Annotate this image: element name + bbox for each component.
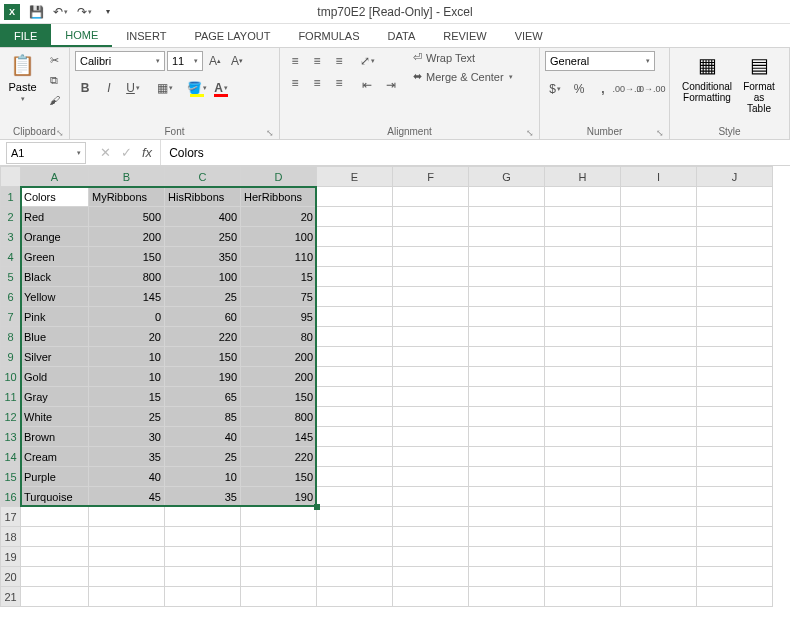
font-size-select[interactable]: 11▾	[167, 51, 203, 71]
cell[interactable]	[697, 307, 773, 327]
cell[interactable]	[393, 427, 469, 447]
cell[interactable]: Gray	[21, 387, 89, 407]
align-left-icon[interactable]: ≡	[285, 73, 305, 93]
row-header[interactable]: 2	[1, 207, 21, 227]
cell[interactable]	[317, 307, 393, 327]
cell[interactable]	[697, 387, 773, 407]
cell[interactable]	[621, 367, 697, 387]
cell[interactable]	[317, 327, 393, 347]
cell[interactable]	[697, 327, 773, 347]
cell[interactable]: Turquoise	[21, 487, 89, 507]
cell[interactable]	[545, 447, 621, 467]
redo-icon[interactable]: ↷▾	[76, 4, 92, 20]
cell[interactable]	[165, 587, 241, 607]
cell[interactable]: 25	[165, 447, 241, 467]
cell[interactable]	[469, 367, 545, 387]
cell[interactable]	[545, 267, 621, 287]
cell[interactable]	[317, 187, 393, 207]
cell[interactable]	[469, 387, 545, 407]
cell[interactable]	[241, 587, 317, 607]
increase-decimal-icon[interactable]: .00→.0	[617, 79, 637, 99]
dialog-launcher-icon[interactable]: ⤡	[56, 128, 64, 138]
comma-format-icon[interactable]: ,	[593, 79, 613, 99]
tab-home[interactable]: HOME	[51, 24, 112, 47]
dialog-launcher-icon[interactable]: ⤡	[656, 128, 664, 138]
cell[interactable]	[621, 407, 697, 427]
row-header[interactable]: 11	[1, 387, 21, 407]
row-header[interactable]: 12	[1, 407, 21, 427]
grow-font-icon[interactable]: A▴	[205, 51, 225, 71]
align-center-icon[interactable]: ≡	[307, 73, 327, 93]
border-button[interactable]: ▦▾	[155, 78, 175, 98]
cell[interactable]: Colors	[21, 187, 89, 207]
cell[interactable]	[545, 507, 621, 527]
cell[interactable]	[21, 567, 89, 587]
cell[interactable]	[621, 287, 697, 307]
cell[interactable]: 10	[89, 367, 165, 387]
cell[interactable]: 25	[165, 287, 241, 307]
cell[interactable]	[21, 587, 89, 607]
cell[interactable]	[469, 587, 545, 607]
cell[interactable]	[469, 267, 545, 287]
cell[interactable]: Cream	[21, 447, 89, 467]
cell[interactable]	[393, 507, 469, 527]
cell[interactable]: Brown	[21, 427, 89, 447]
cell[interactable]: 40	[165, 427, 241, 447]
cell[interactable]	[317, 487, 393, 507]
tab-data[interactable]: DATA	[374, 24, 430, 47]
cell[interactable]	[697, 267, 773, 287]
cell[interactable]: Green	[21, 247, 89, 267]
cell[interactable]: 250	[165, 227, 241, 247]
column-header[interactable]: B	[89, 167, 165, 187]
cell[interactable]: HisRibbons	[165, 187, 241, 207]
cell[interactable]	[317, 547, 393, 567]
tab-file[interactable]: FILE	[0, 24, 51, 47]
worksheet-grid[interactable]: ABCDEFGHIJ1ColorsMyRibbonsHisRibbonsHerR…	[0, 166, 790, 607]
cell[interactable]	[21, 527, 89, 547]
cell[interactable]: 35	[165, 487, 241, 507]
cell[interactable]	[393, 307, 469, 327]
cell[interactable]: Red	[21, 207, 89, 227]
cell[interactable]: 200	[241, 367, 317, 387]
cell[interactable]	[545, 327, 621, 347]
cell[interactable]	[89, 567, 165, 587]
cell[interactable]: 200	[89, 227, 165, 247]
row-header[interactable]: 20	[1, 567, 21, 587]
cell[interactable]	[393, 467, 469, 487]
cell[interactable]	[697, 347, 773, 367]
shrink-font-icon[interactable]: A▾	[227, 51, 247, 71]
cell[interactable]	[469, 347, 545, 367]
qat-customize-icon[interactable]: ▾	[100, 4, 116, 20]
cell[interactable]	[393, 547, 469, 567]
cell[interactable]: Black	[21, 267, 89, 287]
cell[interactable]: 500	[89, 207, 165, 227]
cell[interactable]	[469, 327, 545, 347]
cell[interactable]	[241, 547, 317, 567]
cell[interactable]	[621, 447, 697, 467]
cell[interactable]	[241, 567, 317, 587]
cell[interactable]: 190	[241, 487, 317, 507]
decrease-indent-icon[interactable]: ⇤	[357, 75, 377, 95]
save-icon[interactable]: 💾	[28, 4, 44, 20]
cell[interactable]	[165, 547, 241, 567]
cell[interactable]	[317, 247, 393, 267]
cell[interactable]	[241, 527, 317, 547]
cell[interactable]: 150	[241, 467, 317, 487]
row-header[interactable]: 10	[1, 367, 21, 387]
copy-icon[interactable]: ⧉	[44, 71, 64, 89]
underline-button[interactable]: U▾	[123, 78, 143, 98]
cell[interactable]	[469, 187, 545, 207]
cell[interactable]	[621, 207, 697, 227]
row-header[interactable]: 21	[1, 587, 21, 607]
tab-view[interactable]: VIEW	[501, 24, 557, 47]
format-painter-icon[interactable]: 🖌	[44, 91, 64, 109]
row-header[interactable]: 14	[1, 447, 21, 467]
cell[interactable]: White	[21, 407, 89, 427]
cell[interactable]: 220	[241, 447, 317, 467]
cell[interactable]: 100	[241, 227, 317, 247]
cell[interactable]: HerRibbons	[241, 187, 317, 207]
row-header[interactable]: 1	[1, 187, 21, 207]
cell[interactable]: 190	[165, 367, 241, 387]
cell[interactable]	[621, 307, 697, 327]
cell[interactable]	[545, 587, 621, 607]
